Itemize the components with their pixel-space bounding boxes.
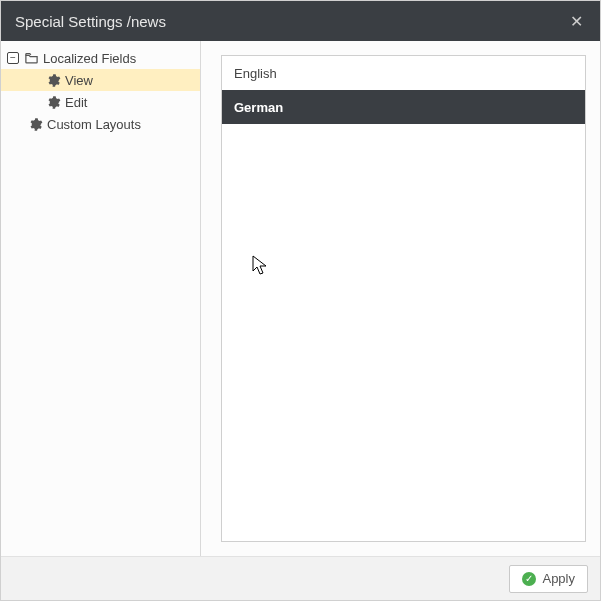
- check-circle-icon: ✓: [522, 572, 536, 586]
- dialog-footer: ✓ Apply: [1, 556, 600, 600]
- tree-label: Edit: [65, 95, 87, 110]
- title-bar: Special Settings /news ✕: [1, 1, 600, 41]
- language-item[interactable]: English: [222, 56, 585, 90]
- language-item[interactable]: German: [222, 90, 585, 124]
- tree-node-edit[interactable]: Edit: [1, 91, 200, 113]
- gear-icon: [45, 73, 61, 88]
- main-panel: EnglishGerman: [201, 41, 600, 556]
- dialog-window: Special Settings /news ✕ − Localized Fie…: [0, 0, 601, 601]
- tree-node-localized-fields[interactable]: − Localized Fields: [1, 47, 200, 69]
- gear-icon: [45, 95, 61, 110]
- tree-node-custom-layouts[interactable]: Custom Layouts: [1, 113, 200, 135]
- tree-node-view[interactable]: View: [1, 69, 200, 91]
- close-button[interactable]: ✕: [566, 12, 586, 31]
- tree-label: Custom Layouts: [47, 117, 141, 132]
- tree-label: View: [65, 73, 93, 88]
- apply-button-label: Apply: [542, 571, 575, 586]
- collapse-icon[interactable]: −: [7, 52, 19, 64]
- dialog-body: − Localized Fields View: [1, 41, 600, 556]
- folder-open-icon: [23, 51, 39, 66]
- tree-sidebar: − Localized Fields View: [1, 41, 201, 556]
- settings-tree: − Localized Fields View: [1, 47, 200, 135]
- gear-icon: [27, 117, 43, 132]
- close-icon: ✕: [570, 13, 583, 30]
- tree-label: Localized Fields: [43, 51, 136, 66]
- dialog-title: Special Settings /news: [15, 13, 566, 30]
- language-listbox[interactable]: EnglishGerman: [221, 55, 586, 542]
- apply-button[interactable]: ✓ Apply: [509, 565, 588, 593]
